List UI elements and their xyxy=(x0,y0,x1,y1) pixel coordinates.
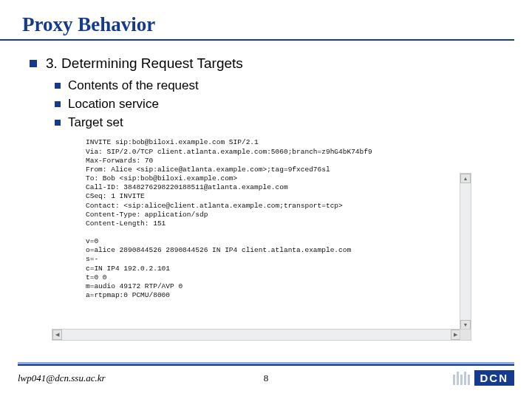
bullet-text: Location service xyxy=(68,96,159,113)
bullet-level2-group: Contents of the request Location service… xyxy=(30,78,511,132)
bullet-square-icon xyxy=(55,101,61,107)
footer-logo: DCN xyxy=(453,370,515,386)
bullet-level2: Location service xyxy=(55,96,511,113)
slide-title: Proxy Behavior xyxy=(0,0,514,41)
logo-text: DCN xyxy=(474,370,515,386)
bullet-level2: Target set xyxy=(55,115,511,132)
slide-content: 3. Determining Request Targets Contents … xyxy=(0,41,532,303)
logo-bars-icon xyxy=(453,372,470,385)
footer-email: lwp041@dcn.ssu.ac.kr xyxy=(18,372,105,384)
bullet-square-icon xyxy=(55,120,61,126)
scrollbar-horizontal[interactable]: ◀ ▶ xyxy=(52,329,461,341)
footer: lwp041@dcn.ssu.ac.kr 8 DCN xyxy=(0,362,532,386)
footer-divider xyxy=(18,362,514,366)
scroll-up-icon[interactable]: ▲ xyxy=(460,174,471,183)
bullet-text: Target set xyxy=(68,115,123,132)
scroll-left-icon[interactable]: ◀ xyxy=(52,330,62,340)
bullet-square-icon xyxy=(55,83,61,89)
bullet-level1: 3. Determining Request Targets xyxy=(30,54,511,73)
sip-message-block: INVITE sip:bob@biloxi.example.com SIP/2.… xyxy=(81,135,495,303)
page-number: 8 xyxy=(264,372,269,384)
scroll-corner xyxy=(460,329,471,341)
bullet-text: Contents of the request xyxy=(68,78,199,95)
bullet-level2: Contents of the request xyxy=(55,78,511,95)
section-heading: 3. Determining Request Targets xyxy=(46,54,243,73)
scrollbar-vertical[interactable]: ▲ ▼ xyxy=(460,173,471,330)
bullet-square-icon xyxy=(30,60,37,67)
